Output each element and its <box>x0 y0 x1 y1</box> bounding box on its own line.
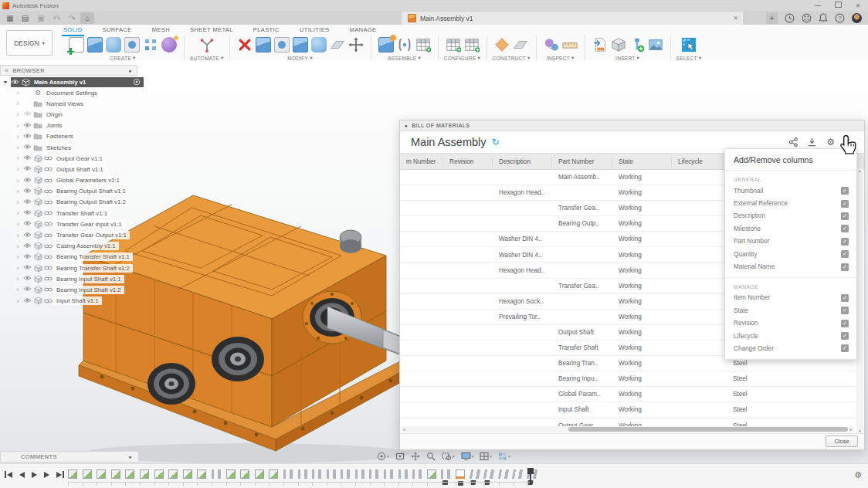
orbit-icon[interactable]: ▾ <box>377 452 389 461</box>
measure-icon[interactable] <box>544 37 559 53</box>
checkbox-checked-icon[interactable]: ✓ <box>841 200 849 208</box>
column-toggle-change-order[interactable]: Change Order✓ <box>725 342 856 354</box>
extrude-icon[interactable] <box>87 37 103 53</box>
automate-icon[interactable] <box>199 37 215 53</box>
checkbox-checked-icon[interactable]: ✓ <box>841 187 849 195</box>
pattern-icon[interactable] <box>143 37 158 53</box>
browser-item-output-shaft-v1-1[interactable]: ›Output Shaft v1:1 <box>0 164 201 175</box>
visibility-eye-icon[interactable] <box>22 177 32 185</box>
visibility-eye-icon[interactable] <box>22 209 32 217</box>
ribbon-tab-solid[interactable]: SOLID <box>62 25 84 35</box>
bom-table-row[interactable]: Input ShaftWorkingSteel <box>400 402 864 418</box>
timeline-feature-sketch-icon[interactable] <box>140 469 149 479</box>
go-to-start-button[interactable] <box>5 471 12 478</box>
undo-icon[interactable]: ↶▾ <box>49 12 63 24</box>
column-toggle-external-reference[interactable]: External Reference✓ <box>725 197 856 209</box>
timeline-feature-joint-icon[interactable] <box>369 469 378 479</box>
extensions-icon[interactable] <box>802 13 812 23</box>
redo-icon[interactable]: ↷▾ <box>65 12 79 24</box>
tree-chevron-icon[interactable]: › <box>14 220 22 228</box>
joint-icon[interactable] <box>397 37 412 53</box>
design-workspace-button[interactable]: DESIGN ▾ <box>6 30 53 56</box>
browser-item-transfer-gear-input-v1-1[interactable]: ›Transfer Gear Input v1:1 <box>0 219 201 229</box>
grid-layout-icon[interactable]: ▾ <box>498 452 510 461</box>
timeline-feature-joint-icon[interactable] <box>355 469 364 479</box>
create-form-icon[interactable] <box>161 37 177 53</box>
document-tab[interactable]: Main Assembly v1 ✕ <box>402 12 743 25</box>
configure-icon[interactable] <box>446 37 461 53</box>
timeline-feature-clamp-icon[interactable] <box>498 469 509 479</box>
browser-panel-header[interactable]: « BROWSER ● <box>0 65 137 76</box>
visibility-eye-icon[interactable] <box>22 297 32 305</box>
timeline-feature-sketch-icon[interactable] <box>183 469 192 479</box>
zoom-window-icon[interactable]: ▾ <box>442 452 455 461</box>
tree-chevron-icon[interactable]: › <box>14 286 22 293</box>
tree-chevron-icon[interactable]: › <box>14 89 22 97</box>
ribbon-tab-surface[interactable]: SURFACE <box>101 25 134 35</box>
file-menu-icon[interactable]: ▤▾ <box>19 12 32 24</box>
canvas-icon[interactable] <box>648 37 663 53</box>
browser-display-toggle-icon[interactable]: ● <box>128 68 132 73</box>
sync-icon[interactable]: ↻ <box>492 137 500 147</box>
close-tab-icon[interactable]: ✕ <box>733 15 738 22</box>
tree-chevron-icon[interactable]: › <box>14 165 22 173</box>
browser-item-transfer-shaft-v1-1[interactable]: ›Transfer Shaft v1:1 <box>0 208 201 219</box>
look-at-icon[interactable] <box>395 452 405 461</box>
visibility-eye-icon[interactable] <box>22 242 32 250</box>
browser-item-main-assembly-v1[interactable]: ▾Main Assembly v1 <box>11 77 144 87</box>
tree-chevron-icon[interactable]: › <box>14 122 22 130</box>
visibility-eye-icon[interactable] <box>22 232 32 239</box>
timeline-feature-sketch-icon[interactable] <box>427 469 436 479</box>
press-pull-icon[interactable] <box>256 37 271 53</box>
bom-panel-titlebar[interactable]: ● BILL OF MATERIALS <box>400 120 864 131</box>
timeline-settings-gear-icon[interactable]: ⚙ <box>854 470 862 480</box>
browser-item-sketches[interactable]: ›Sketches <box>0 142 201 153</box>
bom-column-header-description[interactable]: Description <box>493 157 552 167</box>
export-download-icon[interactable] <box>808 137 816 147</box>
midplane-icon[interactable] <box>513 37 528 53</box>
delete-icon[interactable] <box>237 37 253 53</box>
new-tab-button[interactable]: + <box>766 12 778 24</box>
column-toggle-description[interactable]: Description✓ <box>725 210 856 222</box>
go-to-end-button[interactable] <box>56 471 64 478</box>
scrollbar-thumb[interactable] <box>568 427 848 432</box>
browser-item-bearing-transfer-shaft-v1-2[interactable]: ›Bearing Transfer Shaft v1:2 <box>0 263 201 273</box>
ribbon-tab-sheet-metal[interactable]: SHEET METAL <box>188 25 235 35</box>
ribbon-tab-mesh[interactable]: MESH <box>151 25 171 35</box>
tree-chevron-icon[interactable]: › <box>14 154 22 162</box>
multiple-views-icon[interactable]: ▾ <box>480 452 492 461</box>
column-toggle-revision[interactable]: Revision✓ <box>725 317 856 330</box>
notifications-icon[interactable] <box>819 13 828 23</box>
browser-item-fasteners[interactable]: ›Fasteners <box>0 131 201 142</box>
data-panel-icon[interactable]: ▦ <box>3 12 17 24</box>
timeline-feature-sketch-icon[interactable] <box>83 469 92 479</box>
visibility-eye-icon[interactable] <box>22 122 32 130</box>
visibility-eye-icon[interactable] <box>22 275 32 283</box>
ribbon-tab-utilities[interactable]: UTILITIES <box>298 25 331 35</box>
tree-chevron-icon[interactable]: › <box>14 297 22 305</box>
scroll-up-icon[interactable]: ▴ <box>859 168 861 173</box>
split-body-icon[interactable] <box>330 37 345 53</box>
share-icon[interactable] <box>789 137 798 147</box>
comments-panel-header[interactable]: COMMENTS ● <box>0 451 139 463</box>
visibility-eye-icon[interactable] <box>22 154 32 162</box>
tree-chevron-icon[interactable]: › <box>14 188 22 195</box>
tree-chevron-icon[interactable]: › <box>14 100 22 107</box>
column-toggle-milestone[interactable]: Milestone✓ <box>725 222 856 235</box>
collapse-browser-icon[interactable]: « <box>5 66 8 74</box>
checkbox-checked-icon[interactable]: ✓ <box>841 307 849 314</box>
step-forward-button[interactable] <box>44 472 49 478</box>
timeline-feature-joint-icon[interactable] <box>327 469 336 479</box>
timeline-feature-sketch-icon[interactable] <box>168 469 178 479</box>
timeline-feature-clamp-icon[interactable] <box>483 469 494 479</box>
browser-item-casing-assembly-v1-1[interactable]: ›Casing Assembly v1:1 <box>0 241 201 252</box>
visibility-eye-icon[interactable] <box>22 144 32 151</box>
play-button[interactable] <box>32 472 37 478</box>
create-sketch-icon[interactable] <box>69 37 84 53</box>
timeline-feature-sketch-icon[interactable] <box>269 469 278 479</box>
bom-horizontal-scrollbar[interactable]: ◂ ▸ <box>401 426 854 432</box>
timeline-feature-sketch-icon[interactable] <box>197 469 206 479</box>
ribbon-tab-plastic[interactable]: PLASTIC <box>252 25 281 35</box>
timeline-feature-sketch-icon[interactable] <box>154 469 164 479</box>
tree-chevron-icon[interactable]: › <box>14 198 22 206</box>
